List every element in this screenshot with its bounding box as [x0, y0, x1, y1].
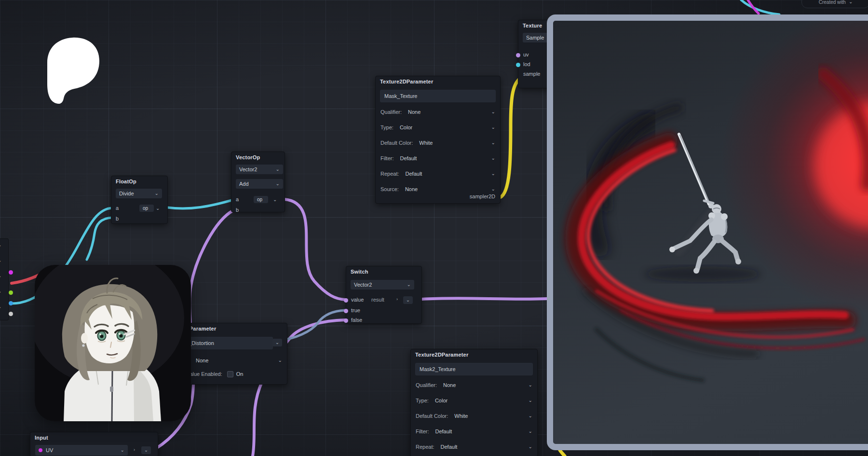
select-value: Vector2: [354, 282, 372, 288]
wire-cyan-floatop-to-vectorop: [167, 200, 233, 208]
node-texture2d-parameter-2[interactable]: Texture2DParameter Mask2_Texture Qualifi…: [410, 349, 538, 456]
row-value: White: [454, 413, 468, 419]
texture-name-input[interactable]: Mask_Texture: [380, 90, 496, 102]
port-green[interactable]: [9, 290, 13, 295]
chevron-down-icon[interactable]: ⌄: [156, 206, 160, 211]
row-value: Default: [400, 155, 417, 161]
port-value[interactable]: [344, 298, 348, 303]
node-texture2d-parameter-1[interactable]: Texture2DParameter Mask_Texture Qualifie…: [375, 76, 501, 204]
vector-op-operation-select[interactable]: Add ⌄: [236, 179, 283, 189]
wire-yellow-sampler: [500, 79, 520, 197]
created-with-label: Created with: [819, 0, 846, 5]
node-title: Texture2DParameter: [415, 352, 468, 358]
chevron-down-icon: ⌄: [0, 274, 1, 278]
row-value: None: [196, 358, 208, 363]
node-input[interactable]: Input UV ⌄ › ⌄: [30, 432, 158, 456]
node-switch[interactable]: Switch Vector2 ⌄ value result › ⌄ true f…: [346, 266, 422, 324]
node-float-op[interactable]: FloatOp Divide ⌄ a b op ⌄: [111, 176, 168, 224]
input-out-chevron[interactable]: ⌄: [141, 446, 151, 454]
row-repeat[interactable]: Repeat: Default ⌄: [376, 168, 500, 179]
chevron-down-icon: ⌄: [275, 340, 279, 345]
row-filter[interactable]: Filter: Default ⌄: [411, 426, 537, 437]
sampler2d-output-port[interactable]: sampler2D: [470, 193, 495, 199]
arrow-right-icon: ›: [134, 448, 135, 452]
chevron-down-icon: ⌄: [0, 289, 1, 294]
select-value: Add: [239, 181, 249, 187]
port-lod[interactable]: [516, 63, 520, 67]
vector-op-type-select[interactable]: Vector2 ⌄: [236, 165, 283, 174]
port-label-false: false: [351, 317, 362, 323]
row-label: Filter:: [380, 155, 394, 161]
out-label: op: [257, 197, 262, 202]
chevron-down-icon: ⌄: [271, 167, 280, 172]
port-gray[interactable]: [9, 312, 13, 316]
chevron-down-icon[interactable]: ⌄: [273, 197, 277, 202]
chevron-down-icon: ⌄: [116, 448, 124, 453]
input-value: Mask_Texture: [384, 93, 417, 99]
chevron-down-icon: ⌄: [849, 0, 853, 4]
row-qualifier[interactable]: Qualifier: None ⌄: [376, 107, 500, 117]
row-value: Color: [400, 124, 412, 130]
node-title: VectorOp: [236, 154, 260, 160]
row-default-color[interactable]: Default Color: White ⌄: [376, 138, 500, 148]
switch-result-chevron[interactable]: ⌄: [403, 296, 413, 304]
select-value: Divide: [119, 191, 134, 196]
row-filter[interactable]: Filter: Default ⌄: [376, 153, 500, 164]
port-true[interactable]: [344, 309, 348, 313]
texture-name-input[interactable]: Mask2_Texture: [415, 363, 533, 375]
checkbox-icon[interactable]: [227, 371, 233, 377]
port-magenta[interactable]: [9, 270, 13, 275]
port-label-b[interactable]: b: [116, 216, 119, 221]
chevron-down-icon: ⌄: [278, 358, 282, 363]
chevron-down-icon: ⌄: [150, 191, 159, 196]
switch-type-select[interactable]: Vector2 ⌄: [351, 280, 414, 290]
row-type[interactable]: Type: Color ⌄: [411, 395, 537, 406]
wire-purple-vectorop-to-switch: [285, 199, 345, 300]
port-false[interactable]: [344, 318, 348, 323]
port-magenta: [39, 448, 42, 452]
node-vector-op[interactable]: VectorOp Vector2 ⌄ Add ⌄ a b op ⌄: [231, 152, 285, 212]
chevron-down-icon: ⌄: [529, 444, 532, 449]
node-title: Texture2DParameter: [380, 79, 433, 84]
chevron-down-icon: ⌄: [0, 304, 1, 309]
chevron-down-icon: ⌄: [406, 298, 410, 303]
port-label-b[interactable]: b: [236, 207, 239, 213]
result-label: result: [371, 297, 384, 303]
row-value: Default: [441, 444, 458, 450]
float-op-operation-select[interactable]: Divide ⌄: [116, 189, 162, 198]
created-with-badge[interactable]: Created with ⌄: [801, 0, 868, 8]
boolean-field-chevron[interactable]: ⌄: [272, 339, 282, 346]
input-uv-select[interactable]: UV ⌄: [35, 445, 128, 456]
row-default-color[interactable]: Default Color: White ⌄: [411, 411, 537, 421]
clipped-node-left-edge[interactable]: ⌄ ⌄ ⌄ ⌄ ⌄: [0, 238, 9, 320]
chevron-down-icon: ⌄: [271, 181, 280, 186]
row-label: Repeat:: [416, 444, 434, 450]
chevron-down-icon: ⌄: [529, 429, 532, 434]
row-qualifier[interactable]: Qualifier: None ⌄: [411, 380, 537, 390]
row-value: None: [443, 382, 456, 388]
row-source[interactable]: Source: None ⌄: [376, 184, 500, 194]
row-type[interactable]: Type: Color ⌄: [376, 122, 500, 133]
wire-cyan-top-right: [741, 0, 779, 14]
port-label-lod: lod: [523, 61, 530, 67]
port-label-a[interactable]: a: [116, 205, 119, 211]
chevron-down-icon: ⌄: [491, 187, 495, 192]
node-title: Switch: [351, 269, 368, 275]
row-label: Qualifier:: [380, 109, 402, 115]
row-value: Color: [435, 398, 448, 403]
node-title: Input: [35, 435, 48, 441]
out-label: op: [143, 206, 148, 211]
patreon-logo-icon: [42, 35, 103, 106]
chevron-down-icon: ⌄: [529, 398, 532, 403]
row-repeat[interactable]: Repeat: Default ⌄: [411, 442, 537, 452]
row-value: Default: [435, 428, 452, 434]
chevron-down-icon: ⌄: [0, 258, 1, 263]
port-uv[interactable]: [516, 53, 520, 57]
row-value: White: [419, 140, 433, 146]
port-blue[interactable]: [9, 301, 13, 305]
port-label-a[interactable]: a: [236, 196, 239, 202]
row-label: Qualifier:: [416, 382, 437, 388]
chevron-down-icon: ⌄: [529, 383, 532, 387]
vector-op-out-label: op: [254, 196, 268, 203]
port-label-value: value: [351, 297, 364, 303]
